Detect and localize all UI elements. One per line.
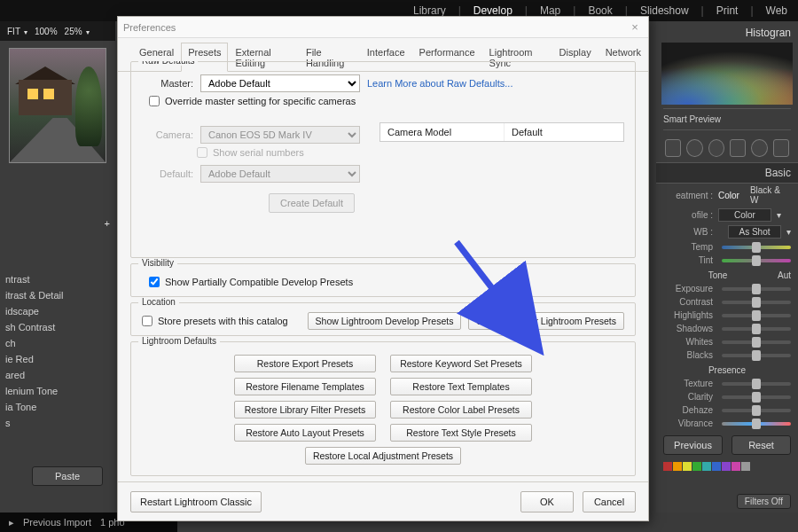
restore-library-filter-button[interactable]: Restore Library Filter Presets <box>234 401 376 419</box>
module-print[interactable]: Print <box>716 4 739 17</box>
treatment-color[interactable]: Color <box>718 191 739 200</box>
list-item[interactable]: lenium Tone <box>5 383 115 399</box>
crop-tool-icon[interactable] <box>665 139 681 157</box>
blacks-slider[interactable] <box>722 354 791 357</box>
filters-off-button[interactable]: Filters Off <box>737 494 791 509</box>
clarity-slider[interactable] <box>722 395 791 399</box>
list-item[interactable]: itrast & Detail <box>5 287 115 303</box>
wb-dropdown[interactable]: As Shot <box>728 225 781 239</box>
show-partial-checkbox[interactable] <box>149 277 160 287</box>
restore-local-adjustment-button[interactable]: Restore Local Adjustment Presets <box>305 447 461 465</box>
reset-button[interactable]: Reset <box>732 435 791 455</box>
contrast-slider[interactable] <box>722 301 791 304</box>
zoom-bar: FIT 100% 25% <box>0 21 115 41</box>
restore-text-style-button[interactable]: Restore Text Style Presets <box>390 424 532 442</box>
group-lightroom-defaults: Lightroom Defaults Restore Export Preset… <box>130 341 636 476</box>
list-item[interactable]: ch <box>5 335 115 351</box>
restore-filename-templates-button[interactable]: Restore Filename Templates <box>234 378 376 395</box>
slider-label: Contrast <box>663 297 713 307</box>
slider-label: Texture <box>663 379 713 388</box>
radial-tool-icon[interactable] <box>751 139 767 157</box>
left-panel: + ntrast itrast & Detail idscape sh Cont… <box>0 41 115 512</box>
source-label: Previous Import <box>23 517 91 528</box>
restore-color-label-button[interactable]: Restore Color Label Presets <box>390 401 532 419</box>
presence-title: Presence <box>708 365 746 375</box>
ok-button[interactable]: OK <box>520 491 574 512</box>
redeye-tool-icon[interactable] <box>708 139 724 157</box>
slider-label: Blacks <box>663 350 713 360</box>
override-checkbox[interactable] <box>149 96 160 106</box>
preferences-dialog: Preferences × General Presets External E… <box>117 16 649 521</box>
module-book[interactable]: Book <box>588 4 612 17</box>
zoom-25[interactable]: 25% <box>65 27 90 36</box>
restore-text-templates-button[interactable]: Restore Text Templates <box>390 378 532 395</box>
profile-dropdown[interactable]: Color <box>718 208 771 222</box>
vibrance-slider[interactable] <box>722 422 791 426</box>
temp-slider[interactable] <box>722 246 791 249</box>
list-item[interactable]: idscape <box>5 303 115 319</box>
exposure-slider[interactable] <box>722 287 791 291</box>
dialog-body: Raw Defaults Master: Adobe Default Learn… <box>130 61 636 476</box>
smart-preview-label: Smart Preview <box>663 108 791 130</box>
list-item[interactable]: ntrast <box>5 271 115 287</box>
histogram-title: Histogran <box>656 21 798 41</box>
dialog-title: Preferences <box>123 22 176 33</box>
restore-export-presets-button[interactable]: Restore Export Presets <box>234 355 376 372</box>
camera-defaults-table: Camera Model Default <box>379 122 624 142</box>
zoom-100[interactable]: 100% <box>35 27 58 36</box>
module-slideshow[interactable]: Slideshow <box>640 4 689 17</box>
show-partial-label: Show Partially Compatible Develop Preset… <box>165 277 353 287</box>
list-item[interactable]: s <box>5 415 115 431</box>
chevron-right-icon: ▸ <box>9 517 14 528</box>
tint-slider[interactable] <box>722 259 791 262</box>
module-web[interactable]: Web <box>766 4 787 17</box>
group-title: Visibility <box>138 258 177 268</box>
learn-more-link[interactable]: Learn More about Raw Defaults... <box>367 78 512 89</box>
show-other-presets-button[interactable]: Show All Other Lightroom Presets <box>468 312 624 330</box>
fit-dropdown[interactable]: FIT <box>7 27 27 36</box>
shadows-slider[interactable] <box>722 327 791 331</box>
highlights-slider[interactable] <box>722 314 791 317</box>
module-map[interactable]: Map <box>540 4 560 17</box>
wb-label: WB : <box>663 227 713 237</box>
texture-slider[interactable] <box>722 382 791 386</box>
restore-auto-layout-button[interactable]: Restore Auto Layout Presets <box>234 424 376 442</box>
list-item[interactable]: sh Contrast <box>5 319 115 335</box>
cancel-button[interactable]: Cancel <box>583 491 636 512</box>
list-item[interactable]: ia Tone <box>5 399 115 415</box>
default-label: Default: <box>142 168 193 179</box>
treatment-bw[interactable]: Black & W <box>750 185 791 205</box>
whites-slider[interactable] <box>722 340 791 344</box>
slider-label: Clarity <box>663 392 713 402</box>
module-library[interactable]: Library <box>413 4 446 17</box>
restore-keyword-presets-button[interactable]: Restore Keyword Set Presets <box>390 355 532 372</box>
master-dropdown[interactable]: Adobe Default <box>200 74 360 92</box>
list-item[interactable]: ared <box>5 367 115 383</box>
slider-label: Tint <box>663 255 713 265</box>
override-label: Override master setting for specific cam… <box>165 96 356 106</box>
module-develop[interactable]: Develop <box>473 4 512 17</box>
dehaze-slider[interactable] <box>722 409 791 412</box>
gradient-tool-icon[interactable] <box>730 139 746 157</box>
list-item[interactable]: ie Red <box>5 351 115 367</box>
tone-title: Tone <box>663 270 772 280</box>
brush-tool-icon[interactable] <box>773 139 789 157</box>
histogram[interactable] <box>661 43 793 105</box>
basic-panel-header[interactable]: Basic <box>656 162 798 184</box>
slider-label: Dehaze <box>663 405 713 415</box>
treatment-label: eatment : <box>663 191 713 200</box>
auto-button[interactable]: Aut <box>778 270 791 280</box>
camera-dropdown: Canon EOS 5D Mark IV <box>200 126 360 144</box>
store-with-catalog-checkbox[interactable] <box>142 316 153 326</box>
paste-button[interactable]: Paste <box>32 466 103 486</box>
spot-tool-icon[interactable] <box>686 139 702 157</box>
color-filter-swatches[interactable] <box>656 460 798 473</box>
previous-button[interactable]: Previous <box>663 435 723 455</box>
preset-list: ntrast itrast & Detail idscape sh Contra… <box>0 271 115 431</box>
show-develop-presets-button[interactable]: Show Lightroom Develop Presets <box>308 312 462 330</box>
show-serial-label: Show serial numbers <box>213 147 304 158</box>
restart-button[interactable]: Restart Lightroom Classic <box>130 491 262 512</box>
add-preset-icon[interactable]: + <box>105 218 110 229</box>
navigator-thumbnail[interactable] <box>9 48 106 163</box>
close-icon[interactable]: × <box>627 20 643 35</box>
